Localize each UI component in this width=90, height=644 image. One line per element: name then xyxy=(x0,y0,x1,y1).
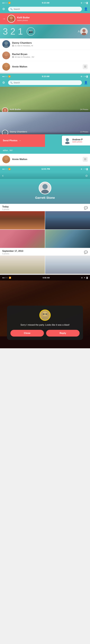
svg-point-18 xyxy=(42,184,48,189)
svg-point-21 xyxy=(42,317,48,320)
photo-grid-2[interactable] xyxy=(45,211,90,230)
reply-button[interactable]: Reply xyxy=(46,330,80,336)
svg-point-19 xyxy=(41,190,49,194)
add-person-icon[interactable]: 👤 xyxy=(83,7,88,11)
battery-icon: ▓ xyxy=(86,2,88,4)
status-time-2: 9:15 AM xyxy=(42,75,49,78)
contact-name-danny: Danny Chambers xyxy=(12,42,88,44)
contact-item-annie-2[interactable]: Annie Walton 🖼 xyxy=(0,154,90,165)
initial-a-badge: A xyxy=(78,30,80,33)
svg-rect-23 xyxy=(46,314,48,314)
contact-item-rachel[interactable]: Rachel Bryan 🖼 16 new in Paradise , NV xyxy=(0,50,90,61)
search-bar-2[interactable]: 🔍 xyxy=(8,80,82,85)
chat-icon-sept[interactable]: 💬 xyxy=(84,250,88,254)
gear-icon-2[interactable]: ⚙ xyxy=(2,81,7,84)
battery-icon-3: ▓ xyxy=(86,168,88,170)
svg-point-4 xyxy=(5,42,8,45)
status-right-2: ⊕ ↑ ✦ ▓ xyxy=(81,76,88,78)
send-photos-btn[interactable]: Send Photos → xyxy=(0,134,45,147)
svg-point-6 xyxy=(5,53,8,56)
location-icon-4: ⊕ xyxy=(81,277,83,279)
screen-divider-1 xyxy=(0,72,90,74)
svg-point-1 xyxy=(9,20,14,22)
status-signal-4: ●●○○○ 📶 xyxy=(2,277,11,279)
photo-badge-icon: 🖼 xyxy=(84,66,86,68)
location-icon: ⊕ xyxy=(81,2,82,4)
search-icon-2: 🔍 xyxy=(10,82,13,84)
sept-photo-strip xyxy=(0,256,90,274)
sept-photo-2[interactable] xyxy=(45,256,90,274)
andrew-contact-info: Andrew P wants photos xyxy=(72,138,83,143)
profile-person-icon[interactable]: ⊙ xyxy=(85,174,88,177)
photo-grid-4[interactable] xyxy=(45,230,90,248)
battery-icon-4: ▓ xyxy=(86,277,88,279)
svg-point-14 xyxy=(66,138,69,141)
svg-point-3 xyxy=(81,32,86,35)
danny-photo-row[interactable]: Danny Chambers 13 Photos xyxy=(0,112,90,134)
up-arrow-icon-2: ↑ xyxy=(83,76,84,78)
send-photos-label: Send Photos xyxy=(3,139,17,142)
today-subtitle: 5 photos xyxy=(2,208,9,210)
notification-avatar xyxy=(39,310,51,321)
location-icon-3: ⊕ xyxy=(81,168,82,170)
search-icon-1: 🔍 xyxy=(10,8,13,10)
svg-point-10 xyxy=(4,109,6,111)
swipe-numbers: 3 2 1 📷 xyxy=(0,26,38,37)
danny-overlay-avatar xyxy=(2,130,8,134)
search-bar-1[interactable]: 🔍 xyxy=(8,7,82,12)
danny-photo-count: 13 Photos xyxy=(80,131,88,133)
contact-name-rachel: Rachel Bryan xyxy=(12,53,88,56)
status-bar-1: ●●○○○ 📶 9:15 AM ⊕ ↑ ✦ ▓ xyxy=(0,0,90,6)
bluetooth-icon-4: ✦ xyxy=(84,277,85,279)
status-time-1: 9:15 AM xyxy=(42,2,49,4)
profile-avatar-garrett xyxy=(39,182,51,194)
andrew-floating-card[interactable]: Andrew P wants photos xyxy=(62,136,90,146)
up-arrow-icon: ↑ xyxy=(83,2,84,4)
danny-photo-overlay: Danny Chambers 13 Photos xyxy=(0,132,90,134)
status-bar-2: ●●○○○ 📶 9:15 AM ⊕ ↑ ✦ ▓ xyxy=(0,74,90,79)
contacts-list-2: Annie Walton 🖼 xyxy=(0,154,90,165)
contact-status-kelli: wants photos xyxy=(17,19,88,22)
contact-item-annie[interactable]: Annie Walton 🖼 xyxy=(0,61,90,72)
chat-icon-today[interactable]: 💬 xyxy=(84,206,88,210)
contact-avatar-rachel xyxy=(2,52,10,59)
today-title: Today xyxy=(2,206,9,208)
contact-item-kelli[interactable]: → Kelli Butler wants photos xyxy=(0,13,90,24)
swipe-right-avatar xyxy=(80,28,88,35)
gear-icon[interactable]: ⚙ xyxy=(2,7,7,11)
screen1: ●●○○○ 📶 9:15 AM ⊕ ↑ ✦ ▓ ⚙ 🔍 👤 → xyxy=(0,0,90,72)
sept-subtitle: 5 photos xyxy=(2,252,23,255)
send-arrow-icon: → xyxy=(19,139,21,142)
profile-center: Garrett Stone xyxy=(0,179,90,204)
back-button[interactable]: ‹ xyxy=(2,174,4,178)
photo-badge-annie: 🖼 xyxy=(83,64,88,69)
swipe-num-1: 1 xyxy=(18,26,23,37)
photo-grid-1[interactable] xyxy=(0,211,45,230)
sept-title-group: September 17, 2013 5 photos xyxy=(2,250,23,255)
close-button[interactable]: Close xyxy=(10,330,44,336)
add-person-icon-2[interactable]: 👤 xyxy=(83,81,88,84)
action-row: Send Photos → ← Request Photos Andrew P … xyxy=(0,134,90,147)
search-input-2[interactable] xyxy=(14,82,80,84)
swipe-numbers-row: 3 2 1 📷 A xyxy=(0,24,90,38)
photo-grid-3[interactable] xyxy=(0,230,45,248)
battery-icon-2: ▓ xyxy=(86,76,88,78)
sept-photo-1[interactable] xyxy=(0,256,45,274)
svg-point-2 xyxy=(82,29,85,32)
contact-item-danny[interactable]: Danny Chambers 🖼 21 new in Honolulu, HI xyxy=(0,38,90,50)
today-section: Today 5 photos 💬 xyxy=(0,204,90,248)
sept-header: September 17, 2013 5 photos 💬 xyxy=(0,248,90,256)
svg-point-5 xyxy=(4,45,9,48)
search-input-1[interactable] xyxy=(14,8,80,10)
kelli-photo-row[interactable]: Kelli Butler 24 Photos xyxy=(0,87,90,112)
svg-point-17 xyxy=(4,160,9,163)
bluetooth-icon: ✦ xyxy=(84,2,86,4)
danny-photo-label: Danny Chambers xyxy=(10,130,27,133)
photo-icon-danny: 🖼 xyxy=(12,44,14,47)
contact-name-annie: Annie Walton xyxy=(12,65,83,68)
wifi-icon-4: 📶 xyxy=(9,277,11,279)
kelli-photo-count: 24 Photos xyxy=(80,108,88,110)
status-right-3: ⊕ ↑ ✦ ▓ xyxy=(81,168,88,170)
kelli-photo-overlay: Kelli Butler 24 Photos xyxy=(0,109,90,112)
svg-point-7 xyxy=(4,56,9,59)
